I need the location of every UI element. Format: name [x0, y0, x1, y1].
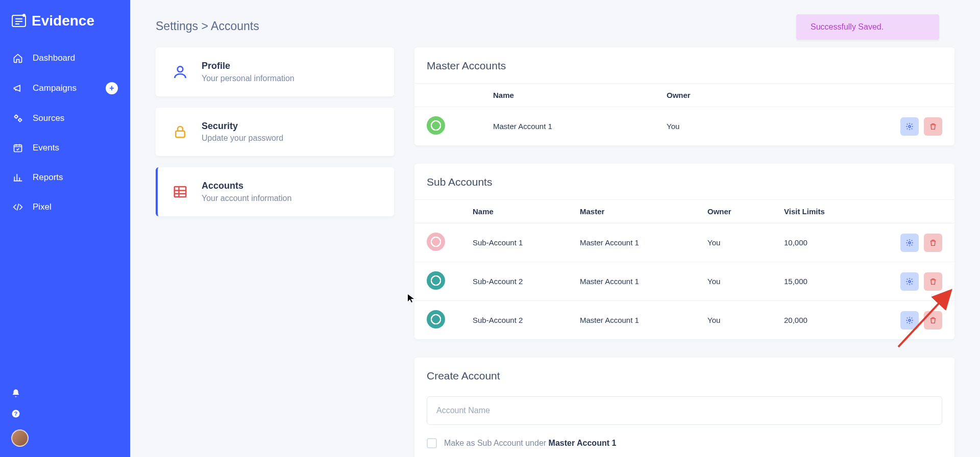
tab-security[interactable]: Security Update your password — [156, 108, 394, 157]
sidebar: Evidence Dashboard Campaigns + Sources E… — [0, 0, 130, 457]
col-name: Name — [493, 91, 667, 99]
tab-profile[interactable]: Profile Your personal information — [156, 47, 394, 96]
sidebar-item-dashboard[interactable]: Dashboard — [0, 44, 130, 72]
tab-title: Profile — [202, 61, 295, 72]
tab-accounts[interactable]: Accounts Your account information — [156, 167, 394, 216]
delete-button[interactable] — [924, 234, 942, 252]
sidebar-item-reports[interactable]: Reports — [0, 164, 130, 191]
toast-success: Successfully Saved. — [796, 14, 939, 40]
svg-point-17 — [909, 242, 911, 244]
tab-subtitle: Your personal information — [202, 74, 295, 83]
main: Settings > Accounts Profile Your persona… — [130, 0, 980, 457]
cell-owner: You — [707, 238, 784, 247]
user-icon — [170, 62, 190, 82]
checkbox-label: Make as Sub Account under Master Account… — [444, 439, 616, 448]
cell-name: Master Account 1 — [493, 122, 667, 131]
code-icon — [12, 201, 23, 213]
table-row: Sub-Account 2 Master Account 1 You 20,00… — [414, 301, 954, 339]
avatar[interactable] — [11, 429, 29, 447]
settings-button[interactable] — [900, 311, 919, 329]
cell-master: Master Account 1 — [580, 238, 707, 247]
cell-owner: You — [667, 122, 881, 131]
svg-point-10 — [178, 66, 183, 72]
account-avatar-icon — [427, 271, 445, 290]
brand[interactable]: Evidence — [0, 0, 130, 44]
breadcrumb-separator: > — [202, 19, 208, 33]
svg-point-4 — [22, 14, 26, 17]
settings-button[interactable] — [900, 272, 919, 291]
sidebar-item-label: Dashboard — [33, 53, 75, 63]
help-icon[interactable]: ? — [11, 409, 20, 420]
svg-text:?: ? — [14, 411, 17, 417]
home-icon — [12, 53, 23, 64]
sidebar-item-label: Campaigns — [33, 83, 77, 93]
calendar-check-icon — [12, 142, 23, 154]
sub-account-checkbox[interactable] — [427, 438, 437, 448]
lock-icon — [170, 121, 190, 142]
sidebar-item-label: Reports — [33, 172, 63, 183]
cell-owner: You — [707, 277, 784, 286]
cell-limits: 10,000 — [784, 238, 881, 247]
delete-button[interactable] — [924, 272, 942, 291]
settings-tabs: Profile Your personal information Securi… — [156, 47, 394, 216]
bar-chart-icon — [12, 172, 23, 183]
table-row: Master Account 1 You — [414, 107, 954, 145]
panel-title: Sub Accounts — [414, 164, 954, 199]
panel-title: Create Account — [414, 358, 954, 393]
cell-name: Sub-Account 1 — [473, 238, 580, 247]
col-master: Master — [580, 207, 707, 216]
cell-master: Master Account 1 — [580, 316, 707, 324]
brand-name: Evidence — [32, 13, 94, 29]
cell-name: Sub-Account 2 — [473, 277, 580, 286]
sidebar-item-label: Events — [33, 143, 59, 153]
account-avatar-icon — [427, 233, 445, 251]
cell-name: Sub-Account 2 — [473, 316, 580, 324]
tab-subtitle: Update your password — [202, 134, 283, 143]
nav: Dashboard Campaigns + Sources Events Rep… — [0, 44, 130, 221]
cell-master: Master Account 1 — [580, 277, 707, 286]
cell-limits: 20,000 — [784, 316, 881, 324]
svg-rect-11 — [176, 131, 185, 138]
gears-icon — [12, 113, 23, 124]
master-table-header: Name Owner — [414, 83, 954, 107]
sidebar-item-campaigns[interactable]: Campaigns + — [0, 74, 130, 103]
sub-account-checkbox-row: Make as Sub Account under Master Account… — [427, 438, 942, 448]
account-avatar-icon — [427, 310, 445, 328]
delete-button[interactable] — [924, 117, 942, 136]
sidebar-item-pixel[interactable]: Pixel — [0, 193, 130, 221]
sidebar-item-events[interactable]: Events — [0, 134, 130, 162]
brand-logo-icon — [11, 13, 27, 29]
svg-point-5 — [15, 115, 17, 118]
account-name-input[interactable] — [427, 396, 942, 425]
breadcrumb-parent[interactable]: Settings — [156, 19, 198, 33]
cell-limits: 15,000 — [784, 277, 881, 286]
col-owner: Owner — [707, 207, 784, 216]
svg-point-18 — [909, 281, 911, 283]
svg-rect-12 — [175, 187, 186, 197]
tab-title: Accounts — [202, 181, 291, 192]
panel-title: Master Accounts — [414, 47, 954, 83]
delete-button[interactable] — [924, 311, 942, 329]
sub-table-header: Name Master Owner Visit Limits — [414, 199, 954, 223]
master-accounts-panel: Master Accounts Name Owner Master Accoun… — [414, 47, 954, 145]
create-account-panel: Create Account Make as Sub Account under… — [414, 358, 954, 457]
settings-button[interactable] — [900, 117, 919, 136]
add-campaign-icon[interactable]: + — [106, 82, 118, 94]
table-row: Sub-Account 1 Master Account 1 You 10,00… — [414, 223, 954, 262]
svg-point-16 — [909, 125, 911, 128]
table-grid-icon — [170, 182, 190, 202]
sidebar-footer: ? — [0, 384, 130, 457]
table-row: Sub-Account 2 Master Account 1 You 15,00… — [414, 262, 954, 301]
tab-title: Security — [202, 121, 283, 132]
notifications-icon[interactable] — [11, 389, 20, 400]
breadcrumb-current: Accounts — [211, 19, 259, 33]
sidebar-item-label: Pixel — [33, 202, 52, 212]
account-avatar-icon — [427, 116, 445, 135]
col-owner: Owner — [667, 91, 881, 99]
sidebar-item-sources[interactable]: Sources — [0, 105, 130, 132]
svg-rect-7 — [14, 145, 22, 151]
sidebar-item-label: Sources — [33, 113, 64, 123]
settings-button[interactable] — [900, 234, 919, 252]
col-name: Name — [473, 207, 580, 216]
sub-accounts-panel: Sub Accounts Name Master Owner Visit Lim… — [414, 164, 954, 339]
